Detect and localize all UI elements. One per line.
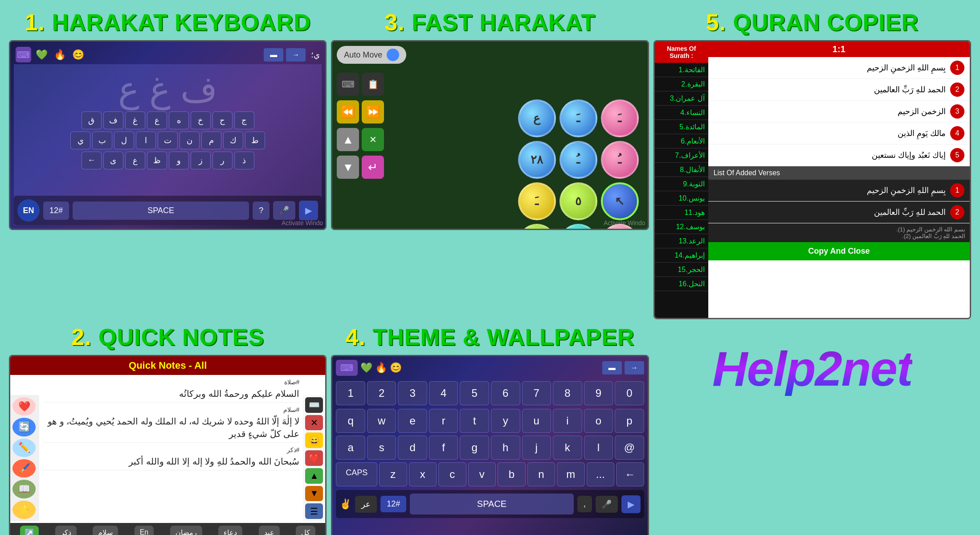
surah-3[interactable]: آل عمران.3 bbox=[655, 91, 708, 106]
surah-14[interactable]: إبراهيم.14 bbox=[655, 248, 708, 263]
key-zha[interactable]: ظ bbox=[147, 152, 167, 169]
key-t[interactable]: t bbox=[460, 409, 489, 433]
delete-btn[interactable]: ✕ bbox=[362, 128, 384, 151]
key-f[interactable]: ف bbox=[103, 111, 123, 129]
theme-arabic-btn[interactable]: عر bbox=[355, 496, 377, 513]
surah-12[interactable]: يوسف.12 bbox=[655, 220, 708, 234]
kb-arrow-btn2[interactable]: → bbox=[286, 48, 306, 62]
surah-15[interactable]: الحجر.15 bbox=[655, 263, 708, 277]
key-q[interactable]: ق bbox=[82, 111, 102, 129]
sidebar-star-icon[interactable]: ⭐ bbox=[12, 501, 36, 519]
ball-7[interactable]: ـَ bbox=[518, 182, 556, 220]
toggle-switch[interactable] bbox=[387, 49, 399, 61]
key-w[interactable]: w bbox=[367, 409, 396, 433]
key-z[interactable]: z bbox=[379, 462, 407, 486]
num-0[interactable]: 0 bbox=[615, 381, 644, 405]
ball-9[interactable]: ↖ bbox=[601, 182, 639, 220]
key-gh[interactable]: غ bbox=[125, 111, 145, 129]
num-4[interactable]: 4 bbox=[429, 381, 458, 405]
key-ain2[interactable]: ع bbox=[125, 152, 145, 169]
key-back[interactable]: ← bbox=[82, 152, 102, 169]
heart-right-btn[interactable]: ❤️ bbox=[305, 450, 323, 466]
caps-key[interactable]: CAPS bbox=[336, 462, 377, 486]
surah-2[interactable]: البقرة.2 bbox=[655, 77, 708, 91]
surah-8[interactable]: الأنفال.8 bbox=[655, 163, 708, 177]
ball-6[interactable]: ـُ bbox=[601, 141, 639, 179]
key-z[interactable]: ز bbox=[191, 152, 211, 169]
copy-close-button[interactable]: Copy And Close bbox=[708, 242, 970, 260]
up-btn[interactable]: ▲ bbox=[337, 128, 359, 151]
key-k[interactable]: ك bbox=[223, 132, 243, 149]
key-m[interactable]: m bbox=[557, 462, 585, 486]
copy-ctrl-btn[interactable]: 📋 bbox=[362, 73, 384, 96]
theme-send-btn[interactable]: ▶ bbox=[621, 495, 641, 513]
num-button[interactable]: 12# bbox=[43, 202, 69, 220]
num-7[interactable]: 7 bbox=[522, 381, 551, 405]
share-button[interactable]: ↗️ bbox=[20, 526, 39, 535]
num-6[interactable]: 6 bbox=[491, 381, 520, 405]
num-3[interactable]: 3 bbox=[398, 381, 427, 405]
theme-num-btn[interactable]: 12# bbox=[380, 496, 406, 512]
surah-11[interactable]: هود.11 bbox=[655, 206, 708, 220]
key-b[interactable]: ب bbox=[92, 132, 112, 149]
key-ha[interactable]: ه bbox=[169, 111, 189, 129]
key-h[interactable]: ح bbox=[212, 111, 233, 129]
key-dots[interactable]: ... bbox=[587, 462, 615, 486]
key-kh[interactable]: خ bbox=[191, 111, 211, 129]
ball-5[interactable]: ـُ bbox=[559, 141, 597, 179]
key-g[interactable]: g bbox=[460, 436, 489, 460]
key-a[interactable]: ا bbox=[136, 132, 156, 149]
question-button[interactable]: ? bbox=[253, 202, 270, 220]
tag-ramadan[interactable]: رمضان bbox=[170, 526, 202, 535]
key-l[interactable]: l bbox=[584, 436, 613, 460]
keyboard-right-btn[interactable]: ⌨️ bbox=[305, 397, 323, 413]
key-t2[interactable]: ط bbox=[245, 132, 265, 149]
surah-7[interactable]: الأعراف.7 bbox=[655, 148, 708, 163]
tag-dhikr[interactable]: ذكر bbox=[55, 526, 77, 535]
key-j[interactable]: j bbox=[522, 436, 551, 460]
en-button[interactable]: EN bbox=[17, 199, 40, 222]
key-v[interactable]: v bbox=[468, 462, 496, 486]
send-button[interactable]: ▶ bbox=[299, 201, 318, 220]
surah-13[interactable]: الرعد.13 bbox=[655, 234, 708, 248]
enter-btn[interactable]: ↵ bbox=[362, 156, 384, 179]
theme-space-btn[interactable]: SPACE bbox=[410, 494, 573, 514]
key-t[interactable]: ت bbox=[158, 132, 178, 149]
sidebar-refresh-icon[interactable]: 🔄 bbox=[12, 418, 36, 436]
key-d[interactable]: ذ bbox=[234, 152, 254, 169]
tag-all[interactable]: كل bbox=[296, 526, 315, 535]
keyboard-ctrl-btn[interactable]: ⌨ bbox=[337, 73, 359, 96]
key-e[interactable]: e bbox=[398, 409, 427, 433]
theme-mic-btn[interactable]: 🎤 bbox=[596, 496, 618, 513]
key-l[interactable]: ل bbox=[114, 132, 134, 149]
key-ain[interactable]: ع bbox=[147, 111, 167, 129]
list-right-btn[interactable]: ☰ bbox=[305, 503, 323, 519]
surah-10[interactable]: يونس.10 bbox=[655, 191, 708, 206]
theme-comma-btn[interactable]: , bbox=[577, 496, 592, 512]
space-button[interactable]: SPACE bbox=[73, 202, 249, 220]
key-n[interactable]: n bbox=[527, 462, 555, 486]
key-x[interactable]: x bbox=[409, 462, 437, 486]
key-b[interactable]: b bbox=[498, 462, 526, 486]
tag-salaam[interactable]: سلام bbox=[93, 526, 118, 535]
num-9[interactable]: 9 bbox=[584, 381, 613, 405]
surah-4[interactable]: النساء.4 bbox=[655, 106, 708, 120]
key-r[interactable]: r bbox=[429, 409, 458, 433]
tag-dua[interactable]: دعاء bbox=[218, 526, 242, 535]
key-backspace[interactable]: ← bbox=[616, 462, 644, 486]
key-p[interactable]: p bbox=[615, 409, 644, 433]
key-d[interactable]: d bbox=[398, 436, 427, 460]
num-8[interactable]: 8 bbox=[553, 381, 582, 405]
key-s[interactable]: s bbox=[367, 436, 396, 460]
key-y[interactable]: ي bbox=[70, 132, 90, 149]
key-k[interactable]: k bbox=[553, 436, 582, 460]
key-f[interactable]: f bbox=[429, 436, 458, 460]
surah-6[interactable]: الأنعام.6 bbox=[655, 134, 708, 148]
ball-2[interactable]: ـَ bbox=[559, 99, 597, 137]
ball-10[interactable]: ـً bbox=[518, 224, 556, 230]
key-m[interactable]: م bbox=[201, 132, 221, 149]
forward-btn[interactable]: ⏩ bbox=[362, 100, 384, 123]
tag-en[interactable]: En bbox=[135, 526, 154, 535]
surah-9[interactable]: التوبة.9 bbox=[655, 177, 708, 191]
ball-4[interactable]: ٢٨ bbox=[518, 141, 556, 179]
